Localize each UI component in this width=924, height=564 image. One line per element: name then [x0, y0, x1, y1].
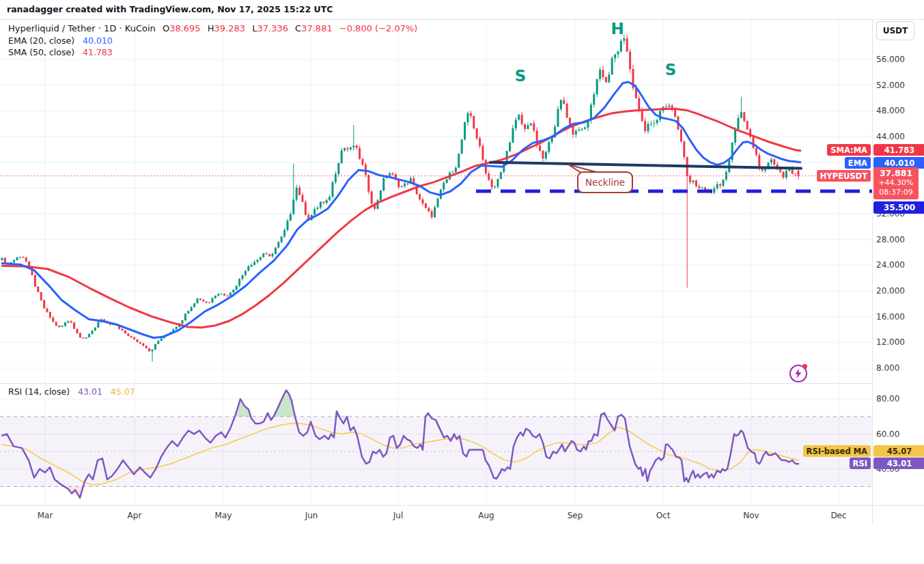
- sma-tag-badge: SMA:MA: [827, 144, 871, 156]
- right-shoulder-label[interactable]: S: [665, 61, 677, 79]
- sma-value-badge: 41.783: [873, 144, 924, 156]
- lightning-bolt-icon: [794, 369, 802, 378]
- symbol-title[interactable]: Hyperliquid / Tether · 1D · KuCoin: [8, 23, 156, 33]
- head-label[interactable]: H: [611, 20, 624, 38]
- ema-legend-row[interactable]: EMA (20, close) 40.010: [8, 36, 113, 46]
- candlestick-series[interactable]: [1, 34, 800, 361]
- time-axis-top-border: [0, 505, 924, 506]
- time-tick: Aug: [478, 511, 494, 520]
- price-tick: 56.000: [876, 55, 905, 64]
- time-tick: Oct: [656, 511, 671, 520]
- price-tick: 28.000: [876, 235, 905, 244]
- time-tick: Dec: [830, 511, 846, 520]
- rsi-tick: 60.00: [876, 429, 899, 439]
- chart-top-border: [0, 19, 924, 20]
- low-value: 37.336: [257, 23, 288, 33]
- time-tick: May: [215, 511, 232, 520]
- time-tick: Jul: [393, 511, 403, 520]
- price-tick: 16.000: [876, 312, 905, 322]
- rsi-tag-badge: RSI: [850, 457, 871, 469]
- open-value: 38.695: [169, 23, 201, 33]
- chart-canvas[interactable]: [0, 0, 924, 564]
- notification-dot: [802, 364, 807, 369]
- ema-line[interactable]: [1, 82, 801, 338]
- time-tick: Mar: [38, 511, 53, 520]
- close-value: 37.881: [301, 23, 333, 33]
- price-tick: 52.000: [876, 81, 905, 90]
- rsi-band: [0, 417, 872, 487]
- rsi-label[interactable]: RSI (14, close): [8, 386, 70, 397]
- neckline-trendline[interactable]: [490, 163, 801, 169]
- sma-legend-row[interactable]: SMA (50, close) 41.783: [8, 47, 113, 57]
- axis-left-border: [872, 19, 873, 524]
- ema-value: 40.010: [83, 36, 113, 46]
- support-price-badge: 35.500: [873, 201, 924, 214]
- tradingview-chart-page: { "header": { "attribution": "ranadagger…: [0, 0, 924, 564]
- rsi-value: 43.01: [78, 386, 102, 397]
- price-tick: 12.000: [876, 337, 905, 347]
- symbol-legend-row[interactable]: Hyperliquid / Tether · 1D · KuCoin O38.6…: [8, 23, 417, 33]
- price-tick: 20.000: [876, 286, 905, 296]
- footer-bar: TradingView: [0, 524, 924, 564]
- rsi-legend-row[interactable]: RSI (14, close) 43.01 45.07: [8, 386, 135, 397]
- time-tick: Nov: [743, 511, 759, 520]
- bar-countdown: 08:37:09: [873, 188, 919, 197]
- high-label: H: [208, 23, 214, 33]
- open-label: O: [163, 23, 169, 33]
- ema-label[interactable]: EMA (20, close): [8, 36, 74, 46]
- last-price: 37.881: [873, 169, 919, 178]
- rsi-ma-value: 45.07: [111, 386, 135, 397]
- last-price-badge: 37.881 +44.30% 08:37:09: [873, 167, 919, 199]
- sma-label[interactable]: SMA (50, close): [8, 47, 74, 57]
- rsi-tick: 80.00: [876, 394, 899, 404]
- price-tick: 8.000: [876, 363, 899, 373]
- currency-button[interactable]: USDT: [876, 21, 914, 40]
- ema-tag-badge: EMA: [845, 157, 871, 169]
- time-tick: Jun: [305, 511, 318, 520]
- rsi-ma-value-badge: 45.07: [873, 445, 924, 457]
- symbol-tag-badge: HYPEUSDT: [817, 170, 871, 182]
- time-tick: Apr: [128, 511, 142, 520]
- attribution-text: ranadagger created with TradingView.com,…: [7, 4, 333, 14]
- high-value: 39.283: [214, 23, 246, 33]
- price-tick: 24.000: [876, 260, 905, 270]
- time-tick: Sep: [568, 511, 583, 520]
- rsi-ma-tag-badge: RSI-based MA: [803, 445, 871, 457]
- pane-separator[interactable]: [0, 383, 872, 384]
- price-tick: 44.000: [876, 132, 905, 141]
- close-label: C: [295, 23, 301, 33]
- sma-value: 41.783: [83, 47, 113, 57]
- left-shoulder-label[interactable]: S: [515, 67, 527, 85]
- change-value: −0.800 (−2.07%): [339, 23, 418, 33]
- neckline-callout[interactable]: Neckline: [577, 171, 633, 193]
- price-tick: 48.000: [876, 106, 905, 115]
- change-percent: +44.30%: [873, 178, 919, 188]
- rsi-value-badge: 43.01: [873, 457, 924, 469]
